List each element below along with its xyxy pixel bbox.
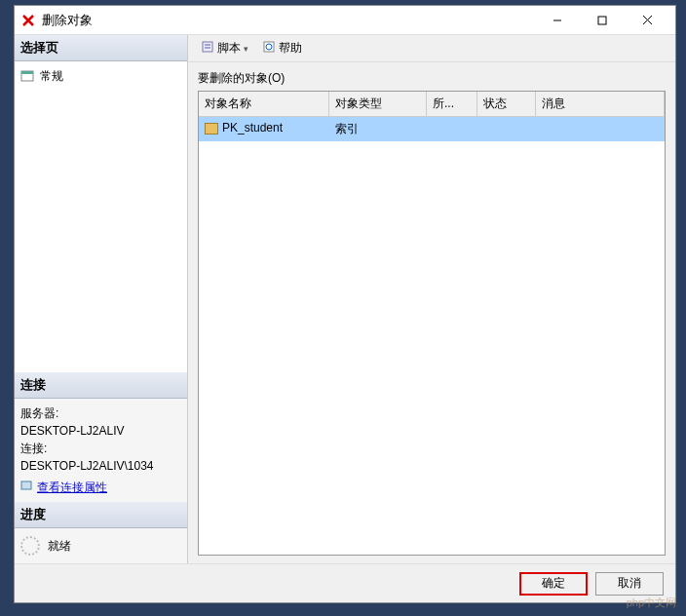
conn-value: DESKTOP-LJ2ALIV\1034: [20, 457, 181, 475]
sidebar-item-label: 常规: [40, 68, 63, 85]
cell-message: [536, 117, 665, 141]
svg-rect-0: [598, 17, 606, 24]
help-button[interactable]: 帮助: [257, 38, 307, 58]
col-header-name[interactable]: 对象名称: [199, 92, 329, 116]
page-icon: [20, 70, 36, 84]
col-header-type[interactable]: 对象类型: [329, 92, 427, 116]
objects-grid: 对象名称 对象类型 所... 状态 消息 PK_student 索引: [198, 91, 666, 556]
minimize-button[interactable]: [535, 7, 580, 34]
col-header-status[interactable]: 状态: [477, 92, 536, 116]
progress-status: 就绪: [48, 538, 71, 555]
chevron-down-icon: ▾: [244, 44, 248, 54]
connection-body: 服务器: DESKTOP-LJ2ALIV 连接: DESKTOP-LJ2ALIV…: [15, 399, 187, 502]
col-header-owner[interactable]: 所...: [427, 92, 477, 116]
connection-header: 连接: [15, 372, 187, 399]
cell-type: 索引: [329, 117, 427, 141]
help-label: 帮助: [279, 40, 302, 57]
main-content: 要删除的对象(O) 对象名称 对象类型 所... 状态 消息 PK_studen…: [188, 62, 675, 563]
grid-header: 对象名称 对象类型 所... 状态 消息: [199, 92, 665, 117]
cell-owner: [427, 117, 477, 141]
sidebar: 选择页 常规 连接 服务器: DESKTOP-LJ2ALIV 连接: DESKT…: [15, 35, 188, 563]
spinner-icon: [20, 536, 40, 556]
key-icon: [205, 123, 218, 135]
dialog-content: 选择页 常规 连接 服务器: DESKTOP-LJ2ALIV 连接: DESKT…: [15, 35, 675, 563]
close-button[interactable]: [625, 7, 669, 34]
svg-rect-4: [203, 42, 212, 52]
select-page-header: 选择页: [15, 35, 187, 61]
select-page-body: 常规: [15, 61, 187, 92]
dialog-window: 删除对象 选择页 常规: [14, 5, 676, 603]
toolbar: 脚本 ▾ 帮助: [188, 35, 675, 62]
ok-button[interactable]: 确定: [519, 572, 588, 596]
dialog-footer: 确定 取消: [15, 563, 675, 602]
svg-rect-2: [21, 71, 33, 74]
help-icon: [262, 40, 276, 57]
svg-rect-3: [21, 481, 31, 489]
close-x-icon: [20, 13, 36, 28]
server-label: 服务器:: [20, 404, 181, 422]
progress-body: 就绪: [15, 528, 187, 563]
window-title: 删除对象: [42, 12, 535, 29]
view-connection-props-link[interactable]: 查看连接属性: [37, 479, 107, 496]
watermark: php中文网: [627, 596, 676, 610]
progress-header: 进度: [15, 502, 187, 528]
script-label: 脚本: [217, 40, 241, 57]
cell-status: [477, 117, 536, 141]
server-value: DESKTOP-LJ2ALIV: [20, 422, 181, 440]
col-header-message[interactable]: 消息: [536, 92, 665, 116]
main-panel: 脚本 ▾ 帮助 要删除的对象(O) 对象名称 对象类型 所...: [188, 35, 675, 563]
connection-icon: [20, 479, 34, 496]
window-controls: [535, 7, 669, 34]
grid-label: 要删除的对象(O): [198, 70, 666, 87]
table-row[interactable]: PK_student 索引: [199, 117, 665, 141]
conn-label: 连接:: [20, 440, 181, 457]
titlebar: 删除对象: [15, 6, 675, 35]
cell-name: PK_student: [199, 117, 329, 141]
sidebar-item-general[interactable]: 常规: [20, 66, 181, 87]
maximize-button[interactable]: [580, 7, 625, 34]
script-icon: [201, 40, 214, 57]
script-button[interactable]: 脚本 ▾: [196, 38, 253, 58]
cancel-button[interactable]: 取消: [595, 572, 664, 596]
